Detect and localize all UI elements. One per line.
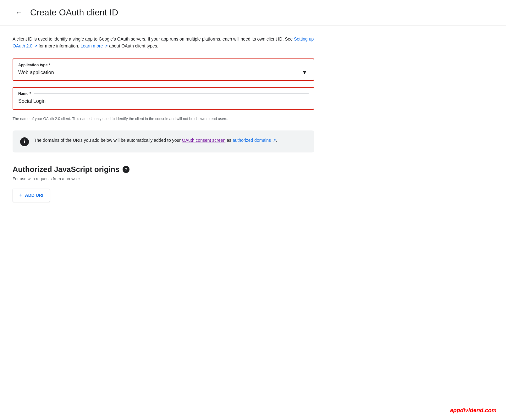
js-origins-subtitle: For use with requests from a browser [13,176,493,181]
add-uri-label: ADD URI [25,193,43,198]
name-input[interactable] [18,97,309,105]
application-type-select-wrapper: Web application Android Chrome App iOS T… [18,69,309,76]
back-button[interactable]: ← [13,6,25,19]
info-box: i The domains of the URIs you add below … [13,130,314,152]
description-after-link2: about OAuth client types. [108,43,158,48]
name-label: Name * [18,91,309,96]
external-link-icon-1: ↗ [34,44,37,48]
description-before-link1: A client ID is used to identify a single… [13,36,294,41]
external-link-icon-3: ↗ [273,138,276,142]
page-header: ← Create OAuth client ID [0,0,506,25]
application-type-label: Application type * [18,63,309,67]
info-box-text: The domains of the URIs you add below wi… [34,137,277,144]
info-icon: i [20,137,29,146]
js-origins-title: Authorized JavaScript origins [13,165,119,174]
label-line-2 [34,93,309,94]
js-origins-help-icon[interactable]: ? [123,166,129,173]
back-arrow-icon: ← [15,8,22,17]
application-type-field: Application type * Web application Andro… [13,58,314,81]
watermark: appdividend.com [450,407,497,414]
application-type-select[interactable]: Web application Android Chrome App iOS T… [18,69,309,76]
add-uri-plus-icon: + [19,192,23,199]
add-uri-button[interactable]: + ADD URI [13,189,50,202]
external-link-icon-2: ↗ [105,44,108,48]
main-content: A client ID is used to identify a single… [0,25,506,212]
learn-more-link[interactable]: Learn more ↗ [80,43,108,48]
description-text: A client ID is used to identify a single… [13,36,314,50]
name-field: Name * [13,87,314,110]
js-origins-title-row: Authorized JavaScript origins ? [13,165,493,174]
authorized-domains-link[interactable]: authorized domains ↗ [233,138,276,143]
page-title: Create OAuth client ID [30,8,118,18]
description-after-link1: for more information. [37,43,80,48]
oauth-consent-screen-link[interactable]: OAuth consent screen [182,138,226,143]
name-helper-text: The name of your OAuth 2.0 client. This … [13,116,314,122]
label-line [52,65,309,65]
